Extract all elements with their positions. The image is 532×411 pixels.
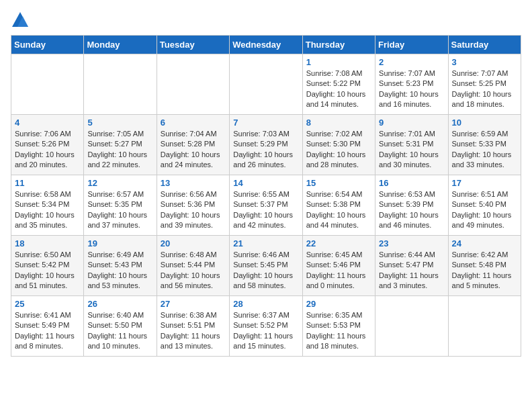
day-number: 27 [161, 299, 226, 309]
day-content: Sunrise: 6:58 AM Sunset: 5:34 PM Dayligh… [15, 189, 80, 231]
header-day-saturday: Saturday [448, 36, 521, 54]
day-content: Sunrise: 7:07 AM Sunset: 5:23 PM Dayligh… [379, 68, 444, 110]
calendar-cell [448, 296, 521, 357]
calendar-week-1: 1Sunrise: 7:08 AM Sunset: 5:22 PM Daylig… [11, 54, 521, 115]
day-content: Sunrise: 6:51 AM Sunset: 5:40 PM Dayligh… [452, 189, 517, 231]
day-content: Sunrise: 6:53 AM Sunset: 5:39 PM Dayligh… [379, 189, 444, 231]
logo-icon [11, 11, 30, 30]
calendar-cell: 21Sunrise: 6:46 AM Sunset: 5:45 PM Dayli… [230, 236, 302, 296]
calendar-cell: 29Sunrise: 6:35 AM Sunset: 5:53 PM Dayli… [302, 296, 375, 357]
calendar-cell: 16Sunrise: 6:53 AM Sunset: 5:39 PM Dayli… [375, 175, 448, 236]
day-number: 4 [15, 118, 80, 128]
day-number: 9 [379, 118, 444, 128]
day-content: Sunrise: 6:41 AM Sunset: 5:49 PM Dayligh… [15, 310, 80, 352]
day-content: Sunrise: 6:35 AM Sunset: 5:53 PM Dayligh… [306, 310, 371, 352]
day-content: Sunrise: 7:07 AM Sunset: 5:25 PM Dayligh… [452, 68, 517, 110]
day-content: Sunrise: 6:54 AM Sunset: 5:38 PM Dayligh… [306, 189, 371, 231]
calendar-table: SundayMondayTuesdayWednesdayThursdayFrid… [11, 35, 521, 357]
calendar-week-3: 11Sunrise: 6:58 AM Sunset: 5:34 PM Dayli… [11, 175, 521, 236]
calendar-cell: 19Sunrise: 6:49 AM Sunset: 5:43 PM Dayli… [84, 236, 157, 296]
calendar-cell: 12Sunrise: 6:57 AM Sunset: 5:35 PM Dayli… [84, 175, 157, 236]
calendar-cell: 18Sunrise: 6:50 AM Sunset: 5:42 PM Dayli… [11, 236, 84, 296]
calendar-cell [11, 54, 84, 115]
day-content: Sunrise: 7:02 AM Sunset: 5:30 PM Dayligh… [306, 129, 371, 171]
header-day-monday: Monday [84, 36, 157, 54]
calendar-cell: 23Sunrise: 6:44 AM Sunset: 5:47 PM Dayli… [375, 236, 448, 296]
header-day-friday: Friday [375, 36, 448, 54]
calendar-cell: 8Sunrise: 7:02 AM Sunset: 5:30 PM Daylig… [302, 115, 375, 175]
calendar-cell: 27Sunrise: 6:38 AM Sunset: 5:51 PM Dayli… [157, 296, 229, 357]
calendar-cell [157, 54, 229, 115]
calendar-cell: 25Sunrise: 6:41 AM Sunset: 5:49 PM Dayli… [11, 296, 84, 357]
day-content: Sunrise: 6:44 AM Sunset: 5:47 PM Dayligh… [379, 250, 444, 291]
calendar-cell [375, 296, 448, 357]
calendar-cell: 22Sunrise: 6:45 AM Sunset: 5:46 PM Dayli… [302, 236, 375, 296]
header-day-thursday: Thursday [302, 36, 375, 54]
calendar-cell: 26Sunrise: 6:40 AM Sunset: 5:50 PM Dayli… [84, 296, 157, 357]
day-number: 16 [379, 178, 444, 188]
calendar-cell: 20Sunrise: 6:48 AM Sunset: 5:44 PM Dayli… [157, 236, 229, 296]
calendar-cell: 1Sunrise: 7:08 AM Sunset: 5:22 PM Daylig… [302, 54, 375, 115]
day-number: 14 [233, 178, 298, 188]
calendar-cell: 28Sunrise: 6:37 AM Sunset: 5:52 PM Dayli… [230, 296, 302, 357]
day-number: 15 [306, 178, 371, 188]
calendar-cell: 3Sunrise: 7:07 AM Sunset: 5:25 PM Daylig… [448, 54, 521, 115]
day-content: Sunrise: 6:42 AM Sunset: 5:48 PM Dayligh… [452, 250, 517, 291]
day-content: Sunrise: 6:45 AM Sunset: 5:46 PM Dayligh… [306, 250, 371, 291]
calendar-cell [230, 54, 302, 115]
calendar-cell: 2Sunrise: 7:07 AM Sunset: 5:23 PM Daylig… [375, 54, 448, 115]
calendar-cell: 9Sunrise: 7:01 AM Sunset: 5:31 PM Daylig… [375, 115, 448, 175]
calendar-cell: 14Sunrise: 6:55 AM Sunset: 5:37 PM Dayli… [230, 175, 302, 236]
day-number: 22 [306, 238, 371, 248]
logo [11, 11, 32, 30]
day-content: Sunrise: 7:03 AM Sunset: 5:29 PM Dayligh… [233, 129, 298, 171]
day-content: Sunrise: 6:55 AM Sunset: 5:37 PM Dayligh… [233, 189, 298, 231]
calendar-week-2: 4Sunrise: 7:06 AM Sunset: 5:26 PM Daylig… [11, 115, 521, 175]
day-number: 7 [233, 118, 298, 128]
day-content: Sunrise: 6:37 AM Sunset: 5:52 PM Dayligh… [233, 310, 298, 352]
day-content: Sunrise: 6:59 AM Sunset: 5:33 PM Dayligh… [452, 129, 517, 171]
calendar-cell: 24Sunrise: 6:42 AM Sunset: 5:48 PM Dayli… [448, 236, 521, 296]
day-content: Sunrise: 7:05 AM Sunset: 5:27 PM Dayligh… [87, 129, 152, 171]
day-number: 24 [452, 238, 517, 248]
header-day-sunday: Sunday [11, 36, 84, 54]
calendar-cell: 17Sunrise: 6:51 AM Sunset: 5:40 PM Dayli… [448, 175, 521, 236]
day-content: Sunrise: 6:49 AM Sunset: 5:43 PM Dayligh… [87, 250, 152, 291]
calendar-cell: 6Sunrise: 7:04 AM Sunset: 5:28 PM Daylig… [157, 115, 229, 175]
header-day-tuesday: Tuesday [157, 36, 229, 54]
header-day-wednesday: Wednesday [230, 36, 302, 54]
day-content: Sunrise: 6:57 AM Sunset: 5:35 PM Dayligh… [87, 189, 152, 231]
calendar-cell: 7Sunrise: 7:03 AM Sunset: 5:29 PM Daylig… [230, 115, 302, 175]
day-number: 26 [87, 299, 152, 309]
day-number: 2 [379, 57, 444, 67]
day-content: Sunrise: 6:48 AM Sunset: 5:44 PM Dayligh… [161, 250, 226, 291]
day-number: 20 [161, 238, 226, 248]
calendar-week-5: 25Sunrise: 6:41 AM Sunset: 5:49 PM Dayli… [11, 296, 521, 357]
day-number: 19 [87, 238, 152, 248]
day-number: 5 [87, 118, 152, 128]
calendar-cell: 4Sunrise: 7:06 AM Sunset: 5:26 PM Daylig… [11, 115, 84, 175]
calendar-header-row: SundayMondayTuesdayWednesdayThursdayFrid… [11, 36, 521, 54]
day-content: Sunrise: 6:56 AM Sunset: 5:36 PM Dayligh… [161, 189, 226, 231]
day-content: Sunrise: 6:40 AM Sunset: 5:50 PM Dayligh… [87, 310, 152, 352]
day-number: 13 [161, 178, 226, 188]
day-number: 25 [15, 299, 80, 309]
day-number: 6 [161, 118, 226, 128]
day-number: 28 [233, 299, 298, 309]
day-content: Sunrise: 7:06 AM Sunset: 5:26 PM Dayligh… [15, 129, 80, 171]
day-content: Sunrise: 6:46 AM Sunset: 5:45 PM Dayligh… [233, 250, 298, 291]
calendar-cell: 15Sunrise: 6:54 AM Sunset: 5:38 PM Dayli… [302, 175, 375, 236]
calendar-cell [84, 54, 157, 115]
day-content: Sunrise: 7:08 AM Sunset: 5:22 PM Dayligh… [306, 68, 371, 110]
header [11, 11, 521, 30]
day-number: 21 [233, 238, 298, 248]
day-number: 17 [452, 178, 517, 188]
calendar-cell: 10Sunrise: 6:59 AM Sunset: 5:33 PM Dayli… [448, 115, 521, 175]
day-content: Sunrise: 7:04 AM Sunset: 5:28 PM Dayligh… [161, 129, 226, 171]
calendar-cell: 13Sunrise: 6:56 AM Sunset: 5:36 PM Dayli… [157, 175, 229, 236]
calendar-cell: 5Sunrise: 7:05 AM Sunset: 5:27 PM Daylig… [84, 115, 157, 175]
day-content: Sunrise: 6:38 AM Sunset: 5:51 PM Dayligh… [161, 310, 226, 352]
day-number: 10 [452, 118, 517, 128]
day-number: 1 [306, 57, 371, 67]
day-number: 11 [15, 178, 80, 188]
